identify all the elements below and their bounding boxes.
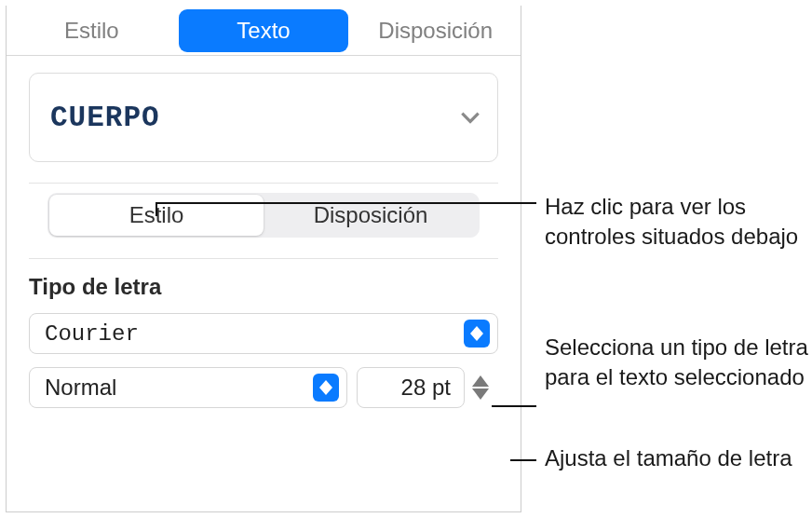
tab-style[interactable]: Estilo	[7, 9, 177, 52]
callout-font-family: Selecciona un tipo de letra para el text…	[545, 333, 810, 393]
segment-style[interactable]: Estilo	[49, 195, 264, 236]
text-subsection-segmented: Estilo Disposición	[47, 193, 480, 238]
segment-layout-label: Disposición	[314, 202, 428, 228]
inspector-tabs: Estilo Texto Disposición	[7, 6, 521, 56]
segment-layout[interactable]: Disposición	[264, 195, 478, 236]
svg-marker-2	[319, 380, 332, 388]
callout-font-size: Ajusta el tamaño de letra	[545, 443, 810, 473]
svg-marker-3	[319, 388, 332, 395]
tab-layout[interactable]: Disposición	[350, 9, 521, 52]
font-size-value: 28 pt	[367, 375, 456, 401]
paragraph-style-popup[interactable]: CUERPO	[29, 73, 498, 162]
font-weight-popup[interactable]: Normal	[29, 367, 347, 408]
stepper-down-icon[interactable]	[472, 388, 489, 400]
font-size-field[interactable]: 28 pt	[357, 367, 465, 408]
tab-style-label: Estilo	[64, 18, 119, 44]
popup-arrows-icon	[464, 320, 490, 348]
divider	[29, 183, 498, 184]
svg-marker-0	[470, 326, 483, 334]
svg-marker-4	[472, 375, 489, 387]
svg-marker-1	[470, 334, 483, 341]
font-family-popup[interactable]: Courier	[29, 313, 498, 354]
format-inspector-panel: Estilo Texto Disposición CUERPO Estilo	[6, 6, 521, 512]
tab-text[interactable]: Texto	[179, 9, 349, 52]
stepper-up-icon[interactable]	[472, 375, 489, 387]
tab-text-label: Texto	[237, 18, 290, 44]
chevron-down-icon	[458, 105, 482, 130]
font-weight-value: Normal	[45, 375, 116, 401]
paragraph-style-value: CUERPO	[50, 102, 160, 134]
font-family-value: Courier	[45, 321, 139, 347]
callout-style-segment: Haz clic para ver los controles situados…	[545, 192, 810, 252]
divider	[29, 258, 498, 259]
segment-style-label: Estilo	[129, 202, 184, 228]
font-section-label: Tipo de letra	[29, 274, 498, 300]
popup-arrows-icon	[313, 374, 339, 402]
font-size-stepper[interactable]	[472, 367, 498, 408]
svg-marker-5	[472, 388, 489, 400]
tab-layout-label: Disposición	[378, 18, 493, 44]
